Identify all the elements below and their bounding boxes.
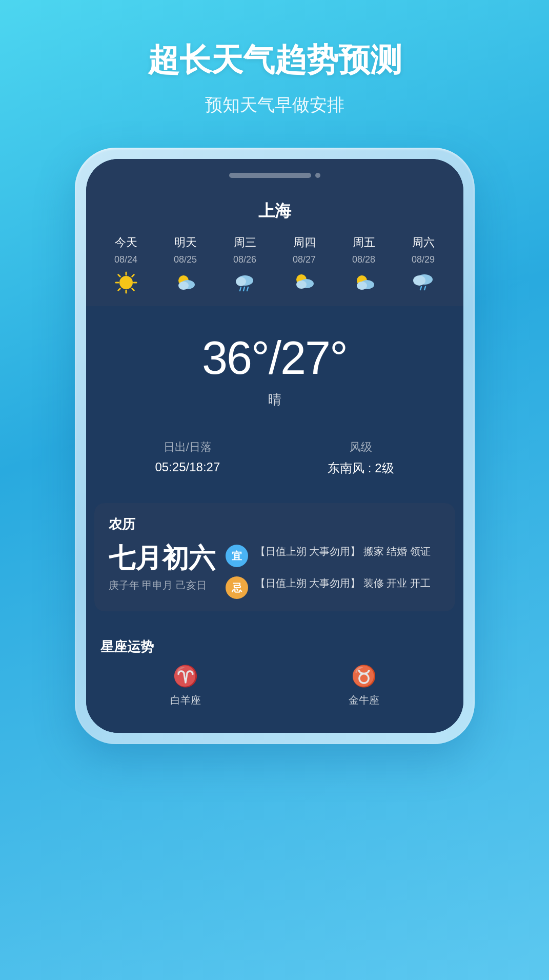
wind-detail: 风级 东南风 : 2级 — [328, 439, 394, 476]
day-label-5: 周五 — [353, 235, 375, 250]
day-icon-1 — [113, 269, 139, 296]
svg-point-19 — [296, 281, 307, 289]
yi-badge: 宜 — [226, 545, 248, 567]
horoscope-section: 星座运势 ♈ 白羊座 ♉ 金牛座 — [86, 617, 463, 733]
svg-line-15 — [243, 287, 245, 291]
svg-line-6 — [132, 289, 134, 291]
ji-text: 【日值上朔 大事勿用】 装修 开业 开工 — [255, 575, 441, 591]
svg-point-22 — [357, 282, 367, 290]
day-date-6: 08/29 — [412, 254, 435, 265]
aries-symbol: ♈ — [173, 664, 198, 688]
lunar-title: 农历 — [109, 515, 441, 533]
day-date-3: 08/26 — [233, 254, 256, 265]
day-label-1: 今天 — [115, 235, 137, 250]
taurus-symbol: ♉ — [351, 664, 377, 688]
svg-line-26 — [424, 287, 425, 290]
day-icon-5 — [351, 269, 377, 296]
phone-frame: 上海 今天 08/24 — [75, 148, 475, 744]
forecast-day-5: 周五 08/28 — [334, 235, 394, 296]
day-icon-6 — [410, 269, 437, 296]
horoscope-taurus: ♉ 金牛座 — [349, 664, 379, 707]
ji-badge: 忌 — [226, 576, 248, 599]
lunar-date-block: 七月初六 庚子年 甲申月 己亥日 — [109, 544, 215, 592]
phone-mockup: 上海 今天 08/24 — [75, 148, 475, 744]
lunar-main: 七月初六 庚子年 甲申月 己亥日 宜 【日值上朔 大事勿用】 搬家 结婚 领证 … — [109, 544, 441, 599]
lunar-date: 七月初六 — [109, 544, 215, 573]
day-label-4: 周四 — [293, 235, 316, 250]
day-date-2: 08/25 — [174, 254, 197, 265]
fortune-ji: 忌 【日值上朔 大事勿用】 装修 开业 开工 — [226, 575, 441, 599]
day-date-5: 08/28 — [352, 254, 375, 265]
day-icon-3 — [232, 269, 258, 296]
forecast-day-1: 今天 08/24 — [96, 235, 156, 296]
day-icon-2 — [172, 269, 199, 296]
lunar-fortune: 宜 【日值上朔 大事勿用】 搬家 结婚 领证 忌 【日值上朔 大事勿用】 装修 … — [226, 544, 441, 599]
day-icon-4 — [291, 269, 318, 296]
forecast-day-3: 周三 08/26 — [215, 235, 275, 296]
phone-inner: 上海 今天 08/24 — [86, 159, 463, 733]
weather-desc: 晴 — [101, 391, 448, 409]
svg-line-14 — [240, 287, 241, 291]
day-date-4: 08/27 — [293, 254, 316, 265]
svg-line-5 — [118, 275, 120, 277]
svg-point-24 — [413, 275, 425, 286]
sunrise-label: 日出/日落 — [155, 439, 220, 455]
svg-line-25 — [420, 287, 421, 290]
forecast-day-6: 周六 08/29 — [394, 235, 453, 296]
svg-point-11 — [178, 282, 189, 290]
forecast-day-2: 明天 08/25 — [156, 235, 215, 296]
yi-text: 【日值上朔 大事勿用】 搬家 结婚 领证 — [255, 544, 441, 559]
sunrise-value: 05:25/18:27 — [155, 460, 220, 474]
wind-label: 风级 — [328, 439, 394, 455]
weather-details: 日出/日落 05:25/18:27 风级 东南风 : 2级 — [101, 429, 448, 476]
horoscope-title: 星座运势 — [86, 628, 463, 664]
main-weather: 36°/27° 晴 日出/日落 05:25/18:27 风级 东南风 : 2级 — [86, 306, 463, 497]
page-subtitle: 预知天气早做安排 — [148, 93, 402, 117]
forecast-bar: 今天 08/24 — [86, 227, 463, 306]
day-date-1: 08/24 — [114, 254, 137, 265]
sunrise-detail: 日出/日落 05:25/18:27 — [155, 439, 220, 476]
notch-dot — [315, 173, 320, 178]
horoscope-items: ♈ 白羊座 ♉ 金牛座 — [86, 664, 463, 717]
day-label-2: 明天 — [174, 235, 197, 250]
forecast-day-4: 周四 08/27 — [275, 235, 334, 296]
taurus-name: 金牛座 — [349, 693, 379, 707]
svg-line-16 — [247, 287, 248, 291]
notch-bar — [229, 173, 311, 178]
day-label-3: 周三 — [234, 235, 256, 250]
fortune-yi: 宜 【日值上朔 大事勿用】 搬家 结婚 领证 — [226, 544, 441, 567]
horoscope-aries: ♈ 白羊座 — [170, 664, 201, 707]
aries-name: 白羊座 — [170, 693, 201, 707]
svg-point-13 — [236, 277, 246, 286]
svg-line-7 — [132, 275, 134, 277]
city-name: 上海 — [86, 192, 463, 227]
ganzhi: 庚子年 甲申月 己亥日 — [109, 578, 215, 592]
svg-line-8 — [118, 289, 120, 291]
svg-point-0 — [119, 276, 133, 289]
wind-value: 东南风 : 2级 — [328, 460, 394, 476]
temperature: 36°/27° — [101, 332, 448, 385]
lunar-section: 农历 七月初六 庚子年 甲申月 己亥日 宜 【日值上朔 大事勿用】 搬家 结婚 … — [94, 503, 455, 611]
phone-notch — [86, 159, 463, 192]
page-title: 超长天气趋势预测 — [148, 41, 402, 79]
day-label-6: 周六 — [412, 235, 435, 250]
page-header: 超长天气趋势预测 预知天气早做安排 — [117, 0, 433, 137]
